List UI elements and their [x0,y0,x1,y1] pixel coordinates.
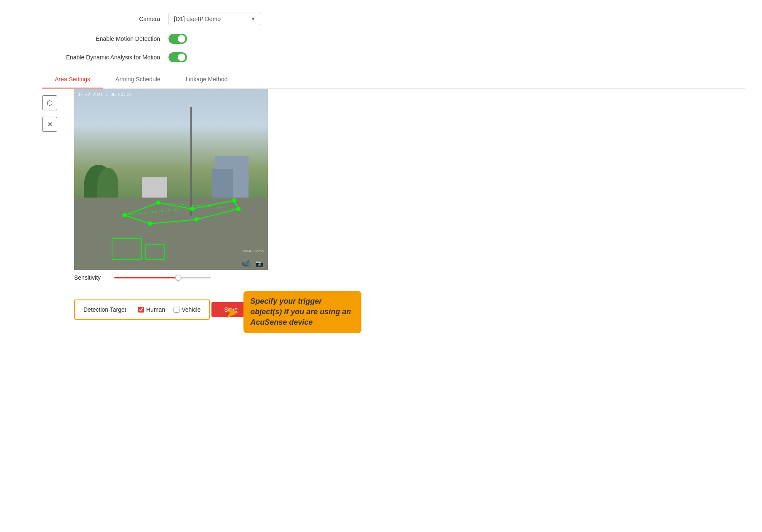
polygon-tool-button[interactable]: ⬡ [42,95,57,110]
tab-area-settings[interactable]: Area Settings [42,71,103,88]
human-checkbox[interactable] [138,307,144,313]
polygon-icon: ⬡ [47,99,53,107]
motion-detection-label: Enable Motion Detection [42,35,160,42]
camera-dropdown[interactable]: [D1] use-IP Demo ▼ [168,13,261,25]
video-watermark: use-IP Demo [242,249,264,253]
video-frame: 07-22-2021 1 06:50:18 use-IP Demo [74,89,268,270]
grid-line-1 [125,209,192,215]
tab-linkage-method[interactable]: Linkage Method [173,71,241,88]
toggle-slider [168,34,187,44]
vehicle-checkbox-item: Vehicle [174,306,201,313]
object-box-2 [146,245,165,259]
vertex-4[interactable] [232,198,236,203]
detection-target-label: Detection Target [83,306,130,313]
dynamic-analysis-toggle[interactable] [168,52,187,62]
callout-container: Detection Target Human Vehicle ➤ [74,299,210,320]
camera-value: [D1] use-IP Demo [174,16,221,22]
sensitivity-slider-track[interactable] [114,277,211,278]
detection-target-box: Detection Target Human Vehicle [74,299,210,320]
main-panel: 07-22-2021 1 06:50:18 use-IP Demo [74,89,285,320]
dynamic-analysis-label: Enable Dynamic Analysis for Motion [42,54,160,61]
page-container: Camera [D1] use-IP Demo ▼ Enable Motion … [0,0,762,332]
tab-arming-schedule[interactable]: Arming Schedule [103,71,173,88]
vertex-7[interactable] [148,222,152,226]
arrow-left-icon: ➤ [225,302,239,322]
chevron-down-icon: ▼ [251,16,256,22]
sensitivity-row: Sensitivity [74,274,285,281]
motion-detection-row: Enable Motion Detection [42,34,745,44]
record-icon[interactable]: 📹 [242,259,250,267]
dynamic-analysis-row: Enable Dynamic Analysis for Motion [42,52,745,62]
clear-icon: ✕ [47,120,53,128]
camera-snapshot-icon[interactable]: 📷 [255,259,264,267]
detection-polygon [125,201,238,224]
human-checkbox-item: Human [138,306,165,313]
detection-overlay [74,89,268,270]
content-area: ⬡ ✕ 07-22-2021 1 06: [42,89,745,320]
vertex-6[interactable] [194,217,198,222]
vehicle-checkbox[interactable] [174,307,179,313]
toggle-slider-dynamic [168,52,187,62]
scene-background: 07-22-2021 1 06:50:18 use-IP Demo [74,89,268,270]
callout-text: Specify your trigger object(s) if you ar… [243,291,361,333]
tabs-container: Area Settings Arming Schedule Linkage Me… [42,71,745,89]
video-controls-bar: 📹 📷 [238,257,268,270]
object-box-1 [112,238,142,259]
camera-label: Camera [42,16,160,22]
motion-detection-toggle[interactable] [168,34,187,44]
video-timestamp: 07-22-2021 1 06:50:18 [78,92,131,97]
clear-tool-button[interactable]: ✕ [42,117,57,132]
camera-row: Camera [D1] use-IP Demo ▼ [42,13,745,25]
vehicle-label: Vehicle [182,306,201,313]
video-tools-sidebar: ⬡ ✕ [42,89,57,320]
callout-annotation: ➤ Specify your trigger object(s) if you … [225,291,361,333]
settings-panel: Sensitivity Detection Target Human [74,274,285,320]
sensitivity-slider-thumb[interactable] [175,275,181,281]
sensitivity-label: Sensitivity [74,274,108,281]
human-label: Human [146,306,165,313]
